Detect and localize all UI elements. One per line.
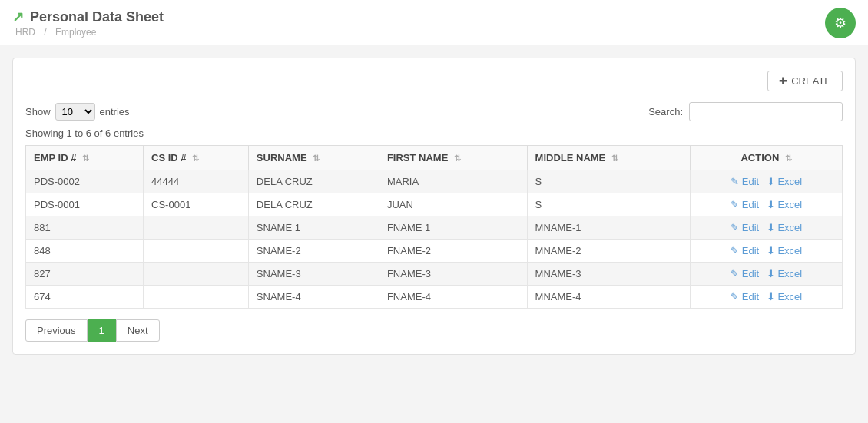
col-first-name: FIRST NAME ⇅: [379, 146, 527, 170]
breadcrumb-root: HRD: [15, 27, 35, 38]
page-title: ↗ Personal Data Sheet: [12, 8, 164, 25]
cell-cs-id: CS-0001: [144, 193, 249, 216]
table-head: EMP ID # ⇅ CS ID # ⇅ SURNAME ⇅ FIRST NAM…: [26, 146, 843, 170]
entries-label: entries: [100, 106, 130, 117]
cell-surname: SNAME-4: [248, 286, 379, 309]
cell-action: ✎ Edit ⬇ Excel: [691, 170, 843, 193]
create-label: CREATE: [791, 75, 831, 87]
cell-middle-name: MNAME-2: [527, 240, 691, 263]
entries-info: Showing 1 to 6 of 6 entries: [25, 127, 843, 139]
cell-action: ✎ Edit ⬇ Excel: [691, 286, 843, 309]
sort-icon-middle-name: ⇅: [611, 154, 618, 163]
show-entries: Show 10 25 50 100 entries: [25, 103, 130, 121]
sort-icon-action: ⇅: [785, 154, 792, 163]
cell-cs-id: 44444: [144, 170, 249, 193]
cell-cs-id: [144, 286, 249, 309]
cell-first-name: FNAME-3: [379, 263, 527, 286]
excel-link[interactable]: ⬇ Excel: [767, 222, 802, 233]
create-icon: ✚: [779, 75, 787, 87]
cell-cs-id: [144, 240, 249, 263]
cell-action: ✎ Edit ⬇ Excel: [691, 263, 843, 286]
pagination: Previous 1 Next: [25, 319, 843, 342]
cell-emp-id: 848: [26, 240, 144, 263]
table-row: 674 SNAME-4 FNAME-4 MNAME-4 ✎ Edit ⬇ Exc…: [26, 286, 843, 309]
cell-surname: SNAME-3: [248, 263, 379, 286]
table-controls: Show 10 25 50 100 entries Search:: [25, 102, 843, 121]
col-cs-id: CS ID # ⇅: [144, 146, 249, 170]
excel-link[interactable]: ⬇ Excel: [767, 245, 802, 256]
excel-link[interactable]: ⬇ Excel: [767, 176, 802, 187]
table-row: PDS-0001 CS-0001 DELA CRUZ JUAN S ✎ Edit…: [26, 193, 843, 216]
cell-first-name: MARIA: [379, 170, 527, 193]
sort-icon-surname: ⇅: [313, 154, 320, 163]
cell-first-name: FNAME-4: [379, 286, 527, 309]
table-row: 827 SNAME-3 FNAME-3 MNAME-3 ✎ Edit ⬇ Exc…: [26, 263, 843, 286]
edit-link[interactable]: ✎ Edit: [731, 176, 759, 187]
entries-select[interactable]: 10 25 50 100: [55, 103, 95, 121]
cell-middle-name: S: [527, 170, 691, 193]
cell-emp-id: 674: [26, 286, 144, 309]
cell-cs-id: [144, 263, 249, 286]
card-header: ✚ CREATE: [25, 71, 843, 91]
edit-link[interactable]: ✎ Edit: [731, 199, 759, 210]
excel-link[interactable]: ⬇ Excel: [767, 199, 802, 210]
cell-middle-name: S: [527, 193, 691, 216]
data-table: EMP ID # ⇅ CS ID # ⇅ SURNAME ⇅ FIRST NAM…: [25, 145, 843, 309]
cell-action: ✎ Edit ⬇ Excel: [691, 240, 843, 263]
cell-surname: DELA CRUZ: [248, 193, 379, 216]
table-row: 848 SNAME-2 FNAME-2 MNAME-2 ✎ Edit ⬇ Exc…: [26, 240, 843, 263]
create-button[interactable]: ✚ CREATE: [767, 71, 843, 91]
search-input[interactable]: [689, 102, 843, 121]
cell-first-name: FNAME-2: [379, 240, 527, 263]
breadcrumb: HRD / Employee: [12, 27, 164, 38]
col-surname: SURNAME ⇅: [248, 146, 379, 170]
top-bar-left: ↗ Personal Data Sheet HRD / Employee: [12, 8, 164, 38]
gear-button[interactable]: ⚙: [825, 8, 856, 38]
cell-cs-id: [144, 216, 249, 240]
edit-link[interactable]: ✎ Edit: [731, 291, 759, 302]
cell-surname: DELA CRUZ: [248, 170, 379, 193]
col-middle-name: MIDDLE NAME ⇅: [527, 146, 691, 170]
col-action: ACTION ⇅: [691, 146, 843, 170]
breadcrumb-current: Employee: [55, 27, 96, 38]
excel-link[interactable]: ⬇ Excel: [767, 291, 802, 302]
table-body: PDS-0002 44444 DELA CRUZ MARIA S ✎ Edit …: [26, 170, 843, 309]
show-label: Show: [25, 106, 51, 117]
cell-first-name: JUAN: [379, 193, 527, 216]
cell-first-name: FNAME 1: [379, 216, 527, 240]
search-bar: Search:: [648, 102, 843, 121]
chart-icon: ↗: [12, 8, 24, 25]
cell-surname: SNAME 1: [248, 216, 379, 240]
cell-emp-id: 827: [26, 263, 144, 286]
edit-link[interactable]: ✎ Edit: [731, 245, 759, 256]
table-header-row: EMP ID # ⇅ CS ID # ⇅ SURNAME ⇅ FIRST NAM…: [26, 146, 843, 170]
cell-action: ✎ Edit ⬇ Excel: [691, 193, 843, 216]
sort-icon-emp-id: ⇅: [82, 154, 89, 163]
cell-emp-id: 881: [26, 216, 144, 240]
page-1-button[interactable]: 1: [88, 319, 116, 342]
page-title-text: Personal Data Sheet: [30, 9, 164, 25]
card: ✚ CREATE Show 10 25 50 100 entries Searc…: [12, 58, 856, 355]
excel-link[interactable]: ⬇ Excel: [767, 268, 802, 279]
cell-emp-id: PDS-0002: [26, 170, 144, 193]
sort-icon-first-name: ⇅: [454, 154, 461, 163]
table-row: PDS-0002 44444 DELA CRUZ MARIA S ✎ Edit …: [26, 170, 843, 193]
main-content: ✚ CREATE Show 10 25 50 100 entries Searc…: [0, 45, 868, 367]
sort-icon-cs-id: ⇅: [192, 154, 199, 163]
search-label: Search:: [648, 106, 683, 117]
cell-surname: SNAME-2: [248, 240, 379, 263]
col-emp-id: EMP ID # ⇅: [26, 146, 144, 170]
next-button[interactable]: Next: [116, 319, 160, 342]
cell-middle-name: MNAME-4: [527, 286, 691, 309]
cell-middle-name: MNAME-1: [527, 216, 691, 240]
cell-action: ✎ Edit ⬇ Excel: [691, 216, 843, 240]
previous-button[interactable]: Previous: [25, 319, 88, 342]
cell-emp-id: PDS-0001: [26, 193, 144, 216]
table-row: 881 SNAME 1 FNAME 1 MNAME-1 ✎ Edit ⬇ Exc…: [26, 216, 843, 240]
edit-link[interactable]: ✎ Edit: [731, 222, 759, 233]
top-bar: ↗ Personal Data Sheet HRD / Employee ⚙: [0, 0, 868, 45]
edit-link[interactable]: ✎ Edit: [731, 268, 759, 279]
breadcrumb-separator: /: [44, 27, 46, 38]
cell-middle-name: MNAME-3: [527, 263, 691, 286]
